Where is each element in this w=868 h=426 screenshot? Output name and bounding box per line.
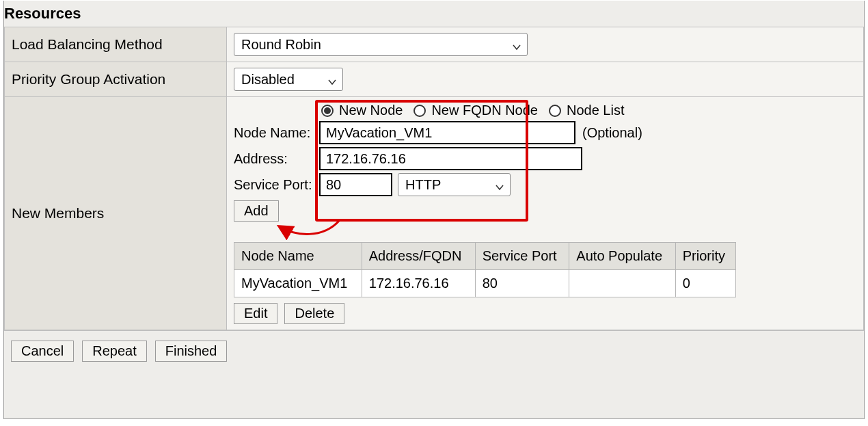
resources-panel: Resources Load Balancing Method Round Ro… xyxy=(3,1,865,419)
pga-label: Priority Group Activation xyxy=(5,62,227,97)
members-col-name: Node Name xyxy=(234,243,362,270)
address-label: Address: xyxy=(234,151,319,167)
section-title: Resources xyxy=(4,1,864,27)
radio-new-fqdn-node-label[interactable]: New FQDN Node xyxy=(431,103,538,118)
edit-button[interactable]: Edit xyxy=(234,303,277,324)
address-input[interactable] xyxy=(319,147,582,170)
members-col-port: Service Port xyxy=(475,243,569,270)
finished-button[interactable]: Finished xyxy=(155,341,228,362)
members-col-address: Address/FQDN xyxy=(362,243,475,270)
service-port-select[interactable]: HTTP xyxy=(398,173,511,196)
table-row[interactable]: MyVacation_VM1 172.16.76.16 80 0 xyxy=(234,270,736,297)
members-table: Node Name Address/FQDN Service Port Auto… xyxy=(234,242,736,297)
radio-node-list[interactable] xyxy=(549,105,561,117)
new-members-label: New Members xyxy=(5,97,227,330)
radio-new-node-label[interactable]: New Node xyxy=(339,103,403,118)
members-col-auto: Auto Populate xyxy=(569,243,675,270)
resources-form-table: Load Balancing Method Round Robin Priori… xyxy=(4,27,864,330)
lb-method-label: Load Balancing Method xyxy=(5,27,227,62)
radio-new-node[interactable] xyxy=(321,105,334,117)
node-name-input[interactable] xyxy=(319,121,575,144)
optional-text: (Optional) xyxy=(582,125,642,141)
lb-method-select[interactable]: Round Robin xyxy=(234,33,528,56)
lb-method-value: Round Robin xyxy=(241,37,321,53)
cell-auto xyxy=(569,270,675,297)
members-col-priority: Priority xyxy=(675,243,735,270)
service-port-label: Service Port: xyxy=(234,177,319,193)
chevron-down-icon xyxy=(327,75,337,84)
footer-actions: Cancel Repeat Finished xyxy=(4,330,864,371)
pga-value: Disabled xyxy=(241,72,295,88)
pga-select[interactable]: Disabled xyxy=(234,68,343,91)
radio-new-fqdn-node[interactable] xyxy=(413,105,426,117)
chevron-down-icon xyxy=(495,180,504,189)
service-port-select-value: HTTP xyxy=(405,177,441,193)
cell-name: MyVacation_VM1 xyxy=(234,270,362,297)
delete-button[interactable]: Delete xyxy=(284,303,344,324)
cell-port: 80 xyxy=(475,270,569,297)
node-type-radiogroup: New Node New FQDN Node Node List xyxy=(321,103,856,118)
chevron-down-icon xyxy=(512,40,521,49)
add-button[interactable]: Add xyxy=(234,200,279,222)
service-port-input[interactable] xyxy=(319,173,392,196)
cell-priority: 0 xyxy=(675,270,735,297)
cancel-button[interactable]: Cancel xyxy=(11,341,74,362)
cell-address: 172.16.76.16 xyxy=(362,270,475,297)
new-members-area: New Node New FQDN Node Node List Node Na… xyxy=(234,103,856,324)
repeat-button[interactable]: Repeat xyxy=(82,341,147,362)
node-name-label: Node Name: xyxy=(234,125,319,141)
radio-node-list-label[interactable]: Node List xyxy=(567,103,625,118)
